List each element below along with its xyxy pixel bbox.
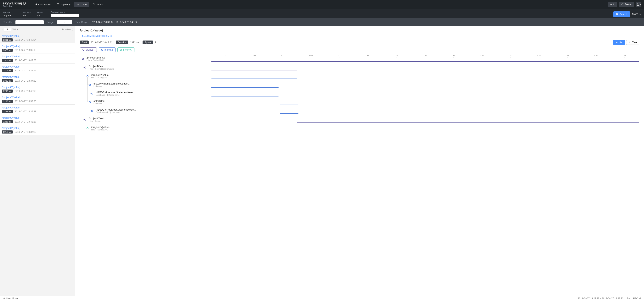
trace-item[interactable]: /projectC/{value} 2213 ms 2019-04-27 18:… [0, 125, 75, 135]
span-bar[interactable] [211, 61, 639, 62]
span-row[interactable]: selectUser Unknown [80, 98, 211, 106]
nav-dashboard[interactable]: Dashboard [32, 2, 53, 7]
span-bar-row [211, 74, 639, 83]
span-row[interactable]: /projectC/{value} Http – SpringMVC [80, 124, 211, 133]
pager-next[interactable]: › [17, 28, 18, 31]
span-bar[interactable] [280, 113, 298, 114]
duration-badge: 2314 ms [2, 69, 13, 72]
span-bar-row [211, 127, 639, 135]
footer-timerange[interactable]: 2019-04-27 18:27:23 ~ 2019-04-27 18:42:2… [578, 297, 624, 300]
more-button[interactable]: More [632, 12, 641, 16]
span-row[interactable]: H2/JDBI/PreparedStatement/exec... Databa… [80, 106, 211, 115]
trace-item[interactable]: /projectC/{value} 2328 ms 2019-04-27 18:… [0, 43, 75, 53]
span-bar[interactable] [211, 78, 297, 79]
footer-tz[interactable]: UTC +8 [633, 297, 641, 300]
legend-projectA[interactable]: projectA [80, 47, 97, 52]
trace-item[interactable]: /projectC/{value} 2228 ms 2019-04-27 18:… [0, 115, 75, 125]
nav-topology[interactable]: Topology [54, 2, 73, 7]
trace-item[interactable]: /projectC/{value} 2286 ms 2019-04-27 18:… [0, 94, 75, 105]
traceid-input[interactable] [16, 20, 44, 24]
filter-instance[interactable]: Instance All⌄ [23, 11, 31, 17]
select-icon [110, 35, 112, 37]
span-row[interactable]: /projectB/test Http – SpringRestTemplate [80, 63, 211, 72]
legend-projectB[interactable]: projectB [99, 47, 116, 52]
trace-list[interactable]: /projectC/{value} 2391 ms 2019-04-27 18:… [0, 33, 75, 296]
span-bar[interactable] [297, 131, 639, 131]
endpoint-input[interactable] [50, 14, 79, 17]
span-bar-row [211, 83, 639, 92]
pager-prev[interactable]: ‹ [2, 28, 3, 31]
span-bar[interactable] [297, 122, 639, 122]
range-label: Range: [47, 21, 54, 23]
trace-time: 2019-04-27 18:37:38 [15, 110, 36, 113]
start-value: 2019-04-27 18:42:04 [90, 41, 112, 44]
user-mode-toggle[interactable]: User Mode [6, 297, 18, 300]
range-input[interactable] [57, 20, 72, 24]
trace-icon [77, 3, 79, 5]
span-name: H2/JDBI/PreparedStatement/exec... [96, 108, 136, 111]
timerange-label: Time Range: [75, 21, 88, 23]
trace-id-select[interactable]: 4.52.15563617236800095 [80, 34, 639, 38]
trace-item[interactable]: /projectC/{value} 2314 ms 2019-04-27 18:… [0, 64, 75, 74]
span-row[interactable]: /projectC/test Http – Feign [80, 115, 211, 124]
user-icon [636, 3, 639, 6]
span-sub: Database – h2-jdbc-driver [96, 94, 136, 96]
filter-status[interactable]: Status All⌄ [37, 11, 45, 17]
brand-name: skywalking [3, 1, 26, 5]
trace-item[interactable]: /projectC/{value} 2318 ms 2019-04-27 18:… [0, 53, 75, 64]
axis-tick: 2.2s [525, 54, 553, 56]
axis-tick: 1.8s [468, 54, 496, 56]
sort-duration[interactable]: Duration [62, 28, 73, 31]
spans-container: /projectA/{name} Http – SpringMVC /proje… [80, 54, 639, 296]
trace-endpoint: /projectC/{value} [2, 127, 73, 129]
span-name: /projectB/test [89, 65, 114, 68]
trace-item[interactable]: /projectC/{value} 2292 ms 2019-04-27 18:… [0, 84, 75, 94]
span-name: org.skywalking.springcloud.tes... [94, 82, 130, 85]
span-row[interactable]: org.skywalking.springcloud.tes... Unknow… [80, 80, 211, 89]
span-sub: Unknown [94, 85, 130, 87]
search-button[interactable]: Search [613, 11, 630, 17]
span-bar-row [211, 66, 639, 74]
axis-tick: 800 [325, 54, 354, 56]
span-bar[interactable] [211, 87, 278, 88]
traceid-label: TraceID: [4, 21, 12, 23]
duration-badge: 2228 ms [2, 120, 13, 123]
footer-lang[interactable]: En [627, 297, 630, 300]
user-menu[interactable] [636, 2, 641, 7]
trace-item[interactable]: /projectC/{value} 2305 ms 2019-04-27 18:… [0, 74, 75, 84]
trace-item[interactable]: /projectC/{value} 2391 ms 2019-04-27 18:… [0, 33, 75, 43]
span-bar[interactable] [211, 96, 278, 96]
spans-chart: 02004006008001s1.2s1.4s1.6s1.8s2s2.2s2.4… [211, 54, 639, 296]
span-row[interactable]: H2/JDBI/PreparedStatement/exec... Databa… [80, 89, 211, 98]
span-name: H2/JDBI/PreparedStatement/exec... [96, 91, 136, 94]
pager-input[interactable] [4, 27, 11, 31]
legend-projectC[interactable]: projectC [118, 47, 134, 52]
trace-item[interactable]: /projectC/{value} 2285 ms 2019-04-27 18:… [0, 105, 75, 115]
svg-rect-4 [57, 4, 59, 5]
spans-names: /projectA/{name} Http – SpringMVC /proje… [80, 54, 211, 296]
span-bar-row [211, 109, 639, 118]
list-view-button[interactable]: List [613, 40, 625, 45]
reload-button[interactable]: Reload [619, 2, 634, 7]
axis-tick: 2.4s [553, 54, 582, 56]
pager-total: / 50 [12, 28, 16, 31]
filter-service[interactable]: Service projectC⌄ [3, 11, 18, 17]
trace-endpoint: /projectC/{value} [2, 75, 73, 78]
tree-view-button[interactable]: Tree [626, 40, 639, 45]
chevron-down-icon: ⌄ [43, 14, 45, 17]
content: ‹ / 50 › Duration /projectC/{value} 2391… [0, 26, 644, 296]
nav-trace[interactable]: Trace [74, 2, 90, 7]
span-bar[interactable] [280, 105, 298, 105]
spans-tag: Spans [142, 40, 153, 44]
trace-endpoint: /projectC/{value} [2, 86, 73, 89]
axis-tick: 600 [297, 54, 325, 56]
auto-button[interactable]: Auto [608, 2, 617, 7]
legend: projectA projectB projectC [80, 47, 639, 52]
trace-sidebar: ‹ / 50 › Duration /projectC/{value} 2391… [0, 26, 75, 296]
span-bar-row [211, 118, 639, 127]
span-bar[interactable] [211, 70, 297, 70]
span-row[interactable]: /projectB/{value} Http – SpringMVC [80, 72, 211, 80]
span-row[interactable]: /projectA/{name} Http – SpringMVC [80, 54, 211, 63]
span-name: /projectA/{name} [86, 56, 105, 59]
nav-alarm[interactable]: Alarm [90, 2, 106, 7]
